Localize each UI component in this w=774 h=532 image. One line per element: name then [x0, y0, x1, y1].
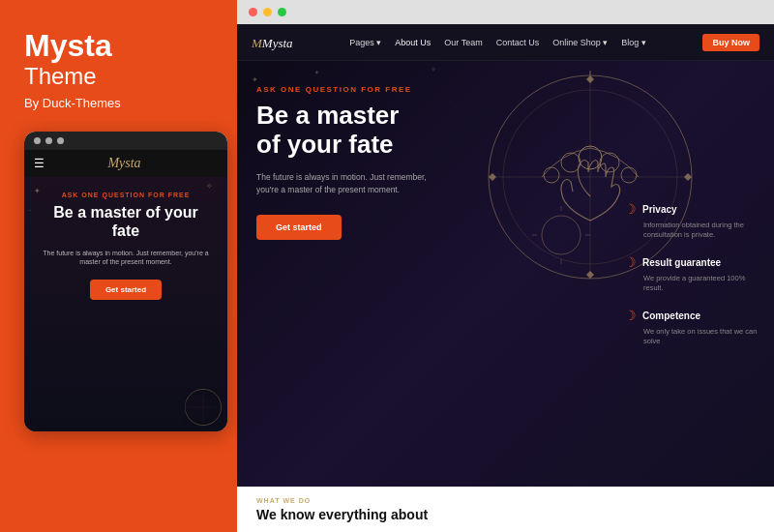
guarantee-desc: We provide a guaranteed 100% result.	[624, 274, 759, 294]
mobile-hero-tag: ASK ONE QUESTION FOR FREE	[39, 192, 213, 198]
browser-bar	[237, 0, 774, 24]
mobile-top-bar	[24, 132, 227, 150]
mobile-dot-2	[45, 137, 52, 144]
mobile-hamburger-icon: ☰	[34, 157, 45, 171]
left-panel: Mysta Theme By Duck-Themes ☰ Mysta ✦ ✧ ·…	[0, 0, 237, 532]
mobile-star-3: ·	[29, 206, 31, 215]
guarantee-crescent-icon: ☽	[624, 254, 637, 271]
svg-point-6	[544, 167, 559, 183]
mobile-nav: ☰ Mysta	[24, 150, 227, 177]
browser-dot-green	[278, 8, 286, 16]
hero-tag: ASK ONE QUESTION FOR FREE	[256, 85, 469, 94]
feature-guarantee: ☽ Result guarantee We provide a guarante…	[624, 254, 759, 294]
privacy-crescent-icon: ☽	[624, 201, 637, 218]
mobile-cta-button[interactable]: Get started	[90, 280, 162, 300]
svg-point-12	[542, 216, 580, 254]
mobile-hero-desc: The future is always in motion. Just rem…	[39, 249, 213, 268]
browser-dot-red	[249, 8, 257, 16]
website-preview: MMysta Pages ▾ About Us Our Team Contact…	[237, 24, 774, 532]
hero-left-content: ASK ONE QUESTION FOR FREE Be a master of…	[237, 61, 489, 487]
hero-title: Be a master of your fate	[256, 102, 469, 160]
hero-features: ☽ Privacy Information obtained during th…	[610, 61, 774, 487]
nav-link-contact[interactable]: Contact Us	[496, 38, 540, 47]
browser-dot-yellow	[263, 8, 272, 16]
privacy-title: Privacy	[642, 204, 677, 215]
nav-link-pages[interactable]: Pages ▾	[349, 38, 381, 47]
what-we-do-tag: WHAT WE DO	[256, 497, 755, 504]
brand-subtitle: Theme	[24, 63, 213, 90]
hero-cta-button[interactable]: Get started	[256, 215, 342, 240]
feature-competence: ☽ Competence We only take on issues that…	[624, 308, 759, 347]
right-panel: MMysta Pages ▾ About Us Our Team Contact…	[237, 0, 774, 532]
mobile-mockup: ☰ Mysta ✦ ✧ · ASK ONE QUESTION FOR FREE …	[24, 132, 227, 431]
mobile-content: ☰ Mysta ✦ ✧ · ASK ONE QUESTION FOR FREE …	[24, 150, 227, 431]
buy-now-button[interactable]: Buy Now	[702, 34, 759, 51]
site-hero: ✦ ✧ ✦ · ✧	[237, 61, 774, 487]
privacy-desc: Information obtained during the consulta…	[624, 221, 759, 241]
site-nav-links: Pages ▾ About Us Our Team Contact Us Onl…	[349, 38, 646, 47]
mobile-dot-3	[57, 137, 64, 144]
site-nav: MMysta Pages ▾ About Us Our Team Contact…	[237, 24, 774, 61]
nav-link-blog[interactable]: Blog ▾	[621, 38, 646, 47]
mobile-dot-1	[34, 137, 41, 144]
competence-title: Competence	[642, 310, 700, 321]
brand-by: By Duck-Themes	[24, 96, 213, 110]
competence-crescent-icon: ☽	[624, 308, 637, 324]
feature-privacy: ☽ Privacy Information obtained during th…	[624, 201, 759, 241]
nav-link-about[interactable]: About Us	[395, 38, 431, 47]
mobile-logo: Mysta	[107, 156, 140, 171]
site-logo: MMysta	[252, 34, 293, 51]
what-we-do-title: We know everything about	[256, 507, 755, 522]
mobile-crescent-svg	[184, 388, 223, 427]
mobile-star-2: ✧	[206, 182, 213, 191]
mobile-star-1: ✦	[34, 187, 41, 195]
nav-link-shop[interactable]: Online Shop ▾	[552, 38, 608, 47]
brand-name: Mysta	[24, 29, 213, 63]
mobile-hero: ✦ ✧ · ASK ONE QUESTION FOR FREE Be a mas…	[24, 177, 227, 431]
hero-description: The future is always in motion. Just rem…	[256, 171, 450, 197]
guarantee-title: Result guarantee	[642, 257, 721, 268]
competence-desc: We only take on issues that we can solve	[624, 327, 759, 347]
mobile-hero-title: Be a master of your fate	[39, 203, 213, 240]
nav-link-team[interactable]: Our Team	[444, 38, 482, 47]
site-bottom: WHAT WE DO We know everything about	[237, 487, 774, 532]
